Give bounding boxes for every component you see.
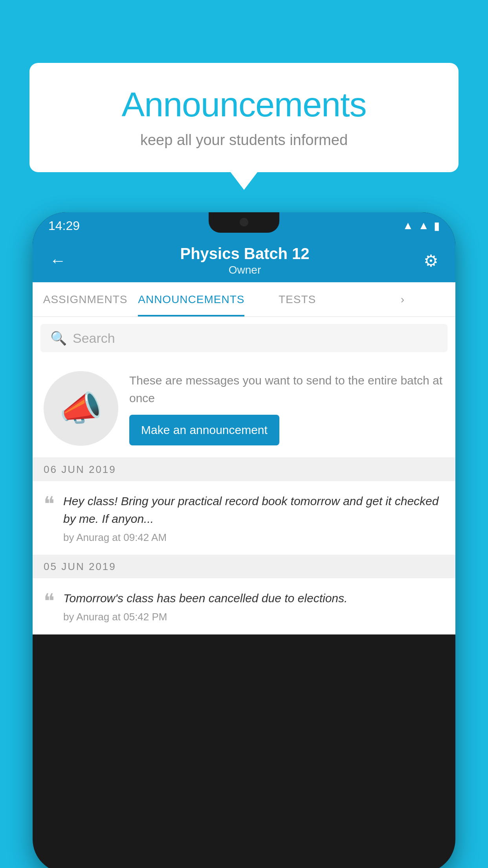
quote-icon-2: ❝ [44,591,55,612]
tab-more[interactable]: › [350,282,455,316]
prompt-description: These are messages you want to send to t… [129,371,444,407]
announcement-text-2: Tomorrow's class has been cancelled due … [63,589,444,607]
announcement-content-1: Hey class! Bring your practical record b… [63,492,444,544]
tabs-container: ASSIGNMENTS ANNOUNCEMENTS TESTS › [33,282,455,317]
tab-assignments[interactable]: ASSIGNMENTS [33,282,138,316]
search-placeholder: Search [73,331,115,346]
search-bar[interactable]: 🔍 Search [40,324,448,352]
back-button[interactable]: ← [46,248,69,273]
announcement-content-2: Tomorrow's class has been cancelled due … [63,589,444,623]
make-announcement-button[interactable]: Make an announcement [129,415,279,445]
megaphone-circle: 📣 [44,371,118,446]
tab-tests[interactable]: TESTS [244,282,350,316]
date-separator-1: 06 JUN 2019 [33,458,455,481]
batch-name: Physics Batch 12 [69,245,420,263]
phone-screen: 🔍 Search 📣 These are messages you want t… [33,317,455,634]
wifi-icon: ▲ [403,219,414,232]
status-icons: ▲ ▲ ▮ [403,219,440,232]
battery-icon: ▮ [434,219,440,232]
prompt-content: These are messages you want to send to t… [129,371,444,445]
search-icon: 🔍 [50,330,67,346]
announcement-item-1: ❝ Hey class! Bring your practical record… [33,481,455,555]
status-bar: 14:29 ▲ ▲ ▮ [33,212,455,239]
announcements-title: Announcements [53,85,435,125]
header-title-block: Physics Batch 12 Owner [69,245,420,276]
megaphone-icon: 📣 [59,388,103,429]
speech-bubble: Announcements keep all your students inf… [29,63,459,172]
date-separator-2: 05 JUN 2019 [33,555,455,578]
signal-icon: ▲ [418,219,429,232]
app-header: ← Physics Batch 12 Owner ⚙ [33,239,455,282]
announcement-text-1: Hey class! Bring your practical record b… [63,492,444,528]
camera-dot [240,218,248,226]
status-time: 14:29 [48,219,80,233]
speech-bubble-container: Announcements keep all your students inf… [29,63,459,172]
phone-frame: 14:29 ▲ ▲ ▮ ← Physics Batch 12 Owner ⚙ A… [33,212,455,868]
phone-notch [209,212,279,233]
announcement-item-2: ❝ Tomorrow's class has been cancelled du… [33,578,455,634]
tab-announcements[interactable]: ANNOUNCEMENTS [138,282,244,316]
announcement-prompt: 📣 These are messages you want to send to… [33,359,455,458]
settings-button[interactable]: ⚙ [420,248,442,274]
announcement-meta-1: by Anurag at 09:42 AM [63,531,444,544]
announcements-subtitle: keep all your students informed [53,132,435,149]
batch-role: Owner [69,264,420,276]
quote-icon-1: ❝ [44,494,55,515]
announcement-meta-2: by Anurag at 05:42 PM [63,611,444,623]
